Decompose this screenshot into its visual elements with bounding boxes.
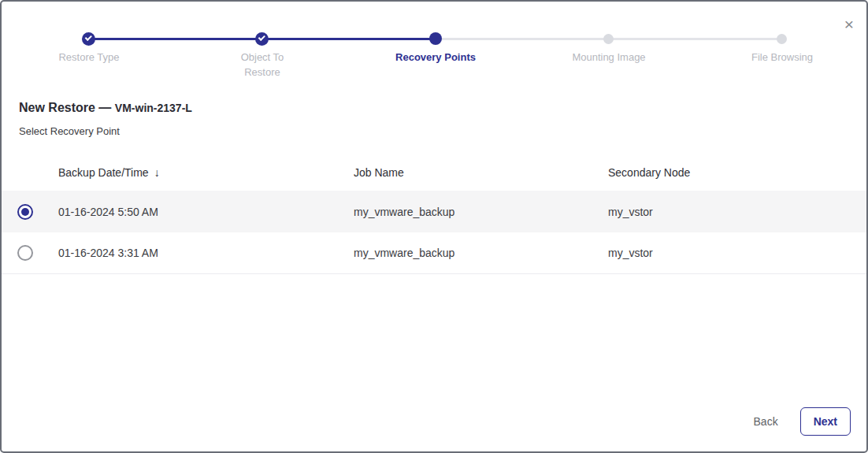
back-button[interactable]: Back xyxy=(754,415,778,428)
radio-dot xyxy=(21,208,29,216)
sort-desc-icon[interactable]: ↓ xyxy=(154,166,160,179)
table-row[interactable]: 01-16-2024 3:31 AM my_vmware_backup my_v… xyxy=(2,232,866,274)
step-completed-icon xyxy=(255,32,269,46)
step-completed-icon xyxy=(82,32,95,46)
cell-secondary-node: my_vstor xyxy=(608,247,866,259)
column-job-name: Job Name xyxy=(354,166,608,179)
stepper-connector xyxy=(436,38,609,40)
cell-backup-datetime: 01-16-2024 5:50 AM xyxy=(58,206,354,218)
step-label-restore-type[interactable]: Restore Type xyxy=(2,50,176,65)
step-label-file-browsing: File Browsing xyxy=(696,50,868,65)
table-header: Backup Date/Time ↓ Job Name Secondary No… xyxy=(2,154,866,191)
stepper-connector xyxy=(262,38,436,40)
new-restore-dialog: × Restore Type Object To Restore Recover… xyxy=(0,0,868,453)
page-title: New Restore — VM-win-2137-L xyxy=(19,101,849,115)
step-upcoming-icon xyxy=(777,34,787,44)
step-label-mounting-image: Mounting Image xyxy=(522,50,696,65)
chevron-down-icon xyxy=(84,34,91,41)
stepper-connector xyxy=(609,38,782,40)
row-radio-selected[interactable] xyxy=(17,204,33,220)
column-backup-datetime[interactable]: Backup Date/Time ↓ xyxy=(58,166,354,179)
column-label: Backup Date/Time xyxy=(58,166,149,179)
dialog-footer: Back Next xyxy=(754,407,851,436)
step-label-recovery-points: Recovery Points xyxy=(349,50,522,65)
table-row[interactable]: 01-16-2024 5:50 AM my_vmware_backup my_v… xyxy=(2,191,866,232)
cell-job-name: my_vmware_backup xyxy=(354,206,608,218)
stepper-connector xyxy=(89,38,262,40)
page-subtitle: Select Recovery Point xyxy=(19,125,849,137)
row-radio-unselected[interactable] xyxy=(17,245,33,261)
step-upcoming-icon xyxy=(603,34,614,44)
next-button[interactable]: Next xyxy=(800,407,851,436)
title-prefix: New Restore — xyxy=(19,101,111,114)
column-secondary-node: Secondary Node xyxy=(608,166,866,179)
step-label-object-to-restore[interactable]: Object To Restore xyxy=(227,50,298,80)
step-active-icon xyxy=(429,32,442,45)
title-vm-name: VM-win-2137-L xyxy=(115,102,192,114)
cell-backup-datetime: 01-16-2024 3:31 AM xyxy=(58,247,354,259)
wizard-stepper: Restore Type Object To Restore Recovery … xyxy=(2,2,866,80)
cell-job-name: my_vmware_backup xyxy=(354,247,608,259)
chevron-down-icon xyxy=(258,34,265,41)
cell-secondary-node: my_vstor xyxy=(608,206,866,218)
